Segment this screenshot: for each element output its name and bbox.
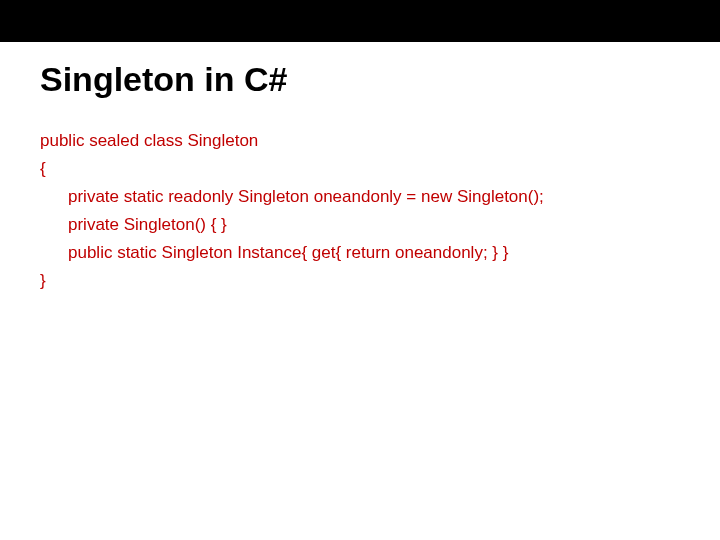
code-line: private static readonly Singleton oneand… [40, 183, 680, 211]
code-line: } [40, 267, 680, 295]
code-line: private Singleton() { } [40, 211, 680, 239]
code-block: public sealed class Singleton { private … [40, 127, 680, 295]
slide-title: Singleton in C# [40, 60, 680, 99]
code-line: { [40, 155, 680, 183]
slide-content: Singleton in C# public sealed class Sing… [0, 42, 720, 295]
code-line: public static Singleton Instance{ get{ r… [40, 239, 680, 267]
code-line: public sealed class Singleton [40, 127, 680, 155]
top-bar [0, 0, 720, 42]
